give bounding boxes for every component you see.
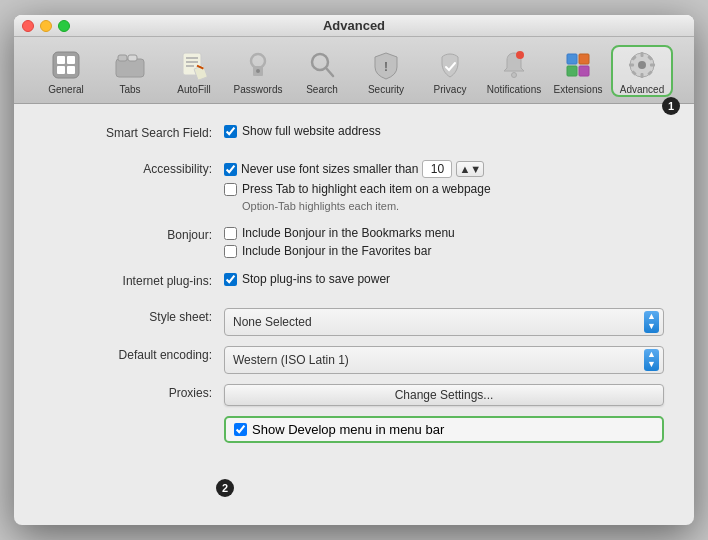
smart-search-controls: Show full website address: [224, 124, 664, 138]
proxies-label: Proxies:: [44, 384, 224, 400]
traffic-lights: [22, 20, 70, 32]
svg-point-14: [251, 54, 265, 68]
tabs-label: Tabs: [119, 84, 140, 95]
autofill-label: AutoFill: [177, 84, 210, 95]
toolbar-item-extensions[interactable]: Extensions: [547, 45, 609, 97]
show-full-address-label: Show full website address: [242, 124, 381, 138]
develop-menu-row: Show Develop menu in menu bar: [44, 416, 664, 443]
bonjour-favorites-checkbox[interactable]: [224, 245, 237, 258]
plugins-controls: Stop plug-ins to save power: [224, 272, 664, 286]
stop-plugins-row: Stop plug-ins to save power: [224, 272, 664, 286]
svg-point-27: [638, 61, 646, 69]
change-settings-button[interactable]: Change Settings...: [224, 384, 664, 406]
svg-rect-4: [67, 66, 75, 74]
encoding-value: Western (ISO Latin 1): [233, 353, 638, 367]
passwords-icon: [242, 49, 274, 81]
plugins-label: Internet plug-ins:: [44, 272, 224, 288]
svg-rect-24: [567, 66, 577, 76]
bonjour-controls: Include Bonjour in the Bookmarks menu In…: [224, 226, 664, 258]
show-full-address-row: Show full website address: [224, 124, 664, 138]
develop-menu-checkbox[interactable]: [234, 423, 247, 436]
develop-menu-label: Show Develop menu in menu bar: [252, 422, 444, 437]
svg-rect-29: [641, 73, 644, 78]
svg-rect-0: [53, 52, 79, 78]
toolbar: General Tabs: [14, 37, 694, 104]
encoding-controls: Western (ISO Latin 1) ▲▼: [224, 346, 664, 374]
svg-point-16: [256, 69, 260, 73]
style-sheet-label: Style sheet:: [44, 308, 224, 324]
bonjour-row: Bonjour: Include Bonjour in the Bookmark…: [44, 226, 664, 258]
bonjour-favorites-row: Include Bonjour in the Favorites bar: [224, 244, 664, 258]
search-icon: [306, 49, 338, 81]
plugins-row: Internet plug-ins: Stop plug-ins to save…: [44, 272, 664, 294]
general-icon: [50, 49, 82, 81]
badge-1: 1: [662, 97, 680, 115]
toolbar-item-advanced[interactable]: Advanced: [611, 45, 673, 97]
style-sheet-arrows: ▲▼: [644, 311, 659, 333]
accessibility-label: Accessibility:: [44, 160, 224, 176]
press-tab-label: Press Tab to highlight each item on a we…: [242, 182, 491, 196]
font-size-stepper[interactable]: ▲▼: [456, 161, 484, 177]
bonjour-bookmarks-checkbox[interactable]: [224, 227, 237, 240]
toolbar-item-security[interactable]: ! Security: [355, 45, 417, 97]
svg-rect-2: [67, 56, 75, 64]
maximize-button[interactable]: [58, 20, 70, 32]
advanced-icon: [626, 49, 658, 81]
minimize-button[interactable]: [40, 20, 52, 32]
style-sheet-select[interactable]: None Selected ▲▼: [224, 308, 664, 336]
general-label: General: [48, 84, 84, 95]
settings-content: Smart Search Field: Show full website ad…: [14, 104, 694, 473]
toolbar-item-search[interactable]: Search: [291, 45, 353, 97]
show-full-address-checkbox[interactable]: [224, 125, 237, 138]
style-sheet-value: None Selected: [233, 315, 638, 329]
search-label: Search: [306, 84, 338, 95]
toolbar-item-notifications[interactable]: Notifications: [483, 45, 545, 97]
svg-rect-6: [118, 55, 127, 61]
toolbar-item-tabs[interactable]: Tabs: [99, 45, 161, 97]
press-tab-row: Press Tab to highlight each item on a we…: [224, 182, 664, 196]
develop-menu-highlighted: Show Develop menu in menu bar: [224, 416, 664, 443]
tabs-icon: [114, 49, 146, 81]
privacy-icon: [434, 49, 466, 81]
proxies-row: Proxies: Change Settings...: [44, 384, 664, 406]
encoding-row: Default encoding: Western (ISO Latin 1) …: [44, 346, 664, 374]
notifications-label: Notifications: [487, 84, 541, 95]
close-button[interactable]: [22, 20, 34, 32]
stop-plugins-checkbox[interactable]: [224, 273, 237, 286]
encoding-arrows: ▲▼: [644, 349, 659, 371]
press-tab-checkbox[interactable]: [224, 183, 237, 196]
security-icon: !: [370, 49, 402, 81]
encoding-select[interactable]: Western (ISO Latin 1) ▲▼: [224, 346, 664, 374]
never-font-sizes-checkbox[interactable]: [224, 163, 237, 176]
develop-menu-controls: Show Develop menu in menu bar: [224, 416, 664, 443]
svg-line-18: [326, 68, 333, 76]
svg-rect-1: [57, 56, 65, 64]
privacy-label: Privacy: [434, 84, 467, 95]
proxies-controls: Change Settings...: [224, 384, 664, 406]
preferences-window: Advanced General: [14, 15, 694, 525]
toolbar-item-passwords[interactable]: Passwords: [227, 45, 289, 97]
toolbar-item-privacy[interactable]: Privacy: [419, 45, 481, 97]
font-size-row: Never use font sizes smaller than 10 ▲▼: [224, 160, 664, 178]
title-bar: Advanced: [14, 15, 694, 37]
style-sheet-controls: None Selected ▲▼: [224, 308, 664, 336]
style-sheet-row: Style sheet: None Selected ▲▼: [44, 308, 664, 336]
advanced-label: Advanced: [620, 84, 664, 95]
svg-rect-23: [579, 54, 589, 64]
extensions-icon: [562, 49, 594, 81]
toolbar-item-general[interactable]: General: [35, 45, 97, 97]
notifications-icon: [498, 49, 530, 81]
autofill-icon: [178, 49, 210, 81]
svg-text:!: !: [384, 60, 388, 74]
svg-rect-3: [57, 66, 65, 74]
security-label: Security: [368, 84, 404, 95]
bonjour-favorites-label: Include Bonjour in the Favorites bar: [242, 244, 431, 258]
develop-menu-label-empty: [44, 416, 224, 418]
passwords-label: Passwords: [234, 84, 283, 95]
svg-point-21: [516, 51, 524, 59]
toolbar-item-autofill[interactable]: AutoFill: [163, 45, 225, 97]
smart-search-label: Smart Search Field:: [44, 124, 224, 140]
accessibility-hint: Option-Tab highlights each item.: [242, 200, 664, 212]
font-size-value: 10: [422, 160, 452, 178]
badge-2: 2: [216, 479, 234, 497]
